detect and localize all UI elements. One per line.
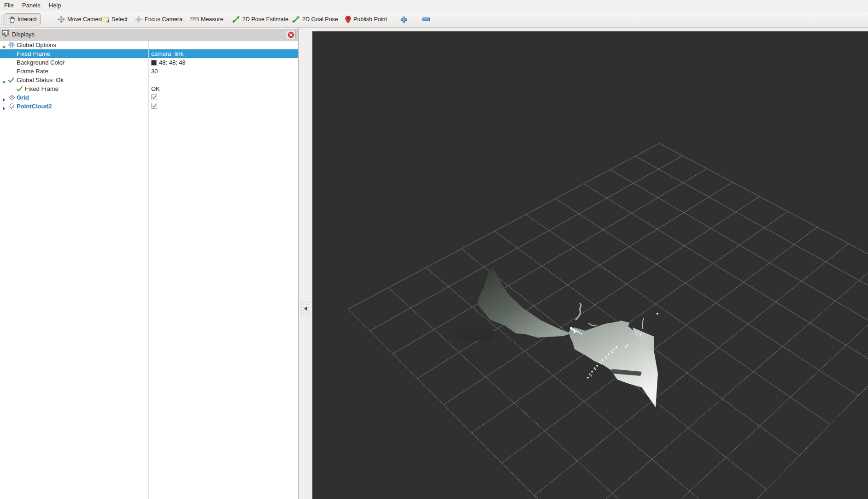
enabled-checkbox[interactable]: [151, 103, 157, 109]
color-swatch[interactable]: [151, 60, 157, 65]
menu-panels[interactable]: Panels: [18, 0, 45, 10]
menu-bar: FilePanelsHelp: [0, 0, 868, 11]
value-text: camera_link: [151, 50, 183, 57]
expander-expanded-icon[interactable]: [2, 43, 6, 51]
measure-icon: [190, 17, 199, 22]
focus-camera-icon: [135, 16, 142, 23]
menu-help[interactable]: Help: [45, 0, 65, 10]
row-label: Global Options: [17, 42, 56, 48]
row-label: PointCloud2: [17, 103, 52, 110]
tool-2d-goal-pose[interactable]: 2D Goal Pose: [289, 13, 341, 25]
toolbar: InteractMove CameraSelectFocus CameraMea…: [0, 11, 868, 28]
row-label: Fixed Frame: [25, 85, 59, 92]
row-value[interactable]: OK: [151, 85, 160, 92]
minus-icon: [422, 18, 430, 21]
row-value[interactable]: 30: [151, 68, 158, 75]
tree-column-divider[interactable]: [148, 41, 149, 499]
displays-panel: Displays Global OptionsFixed Framecamera…: [0, 28, 299, 499]
tree-row-global-status[interactable]: Global Status: Ok: [0, 76, 298, 84]
tool-label: 2D Pose Estimate: [242, 16, 288, 23]
menu-file[interactable]: File: [0, 0, 18, 10]
splitter-handle[interactable]: [300, 301, 311, 316]
row-label: Grid: [17, 94, 29, 101]
tree-row-global-options[interactable]: Global Options: [0, 41, 298, 49]
tree-row-fixed-frame[interactable]: Fixed Framecamera_link: [0, 49, 298, 58]
enabled-checkbox[interactable]: [151, 94, 157, 100]
displays-panel-header: Displays: [0, 29, 298, 41]
grid-icon: [8, 94, 15, 102]
tool-interact[interactable]: Interact: [5, 13, 41, 25]
tool-label: Publish Point: [353, 16, 387, 23]
move-camera-icon: [58, 16, 65, 23]
grid-display: [348, 143, 868, 499]
tool-remove-tool[interactable]: [419, 13, 433, 25]
pose-arrow-icon: [232, 16, 240, 23]
toolbar-drag-handle[interactable]: [1, 14, 4, 25]
tool-label: Select: [111, 16, 128, 23]
expander-expanded-icon[interactable]: [2, 78, 6, 86]
tool-publish-point[interactable]: Publish Point: [342, 13, 390, 25]
check-green-icon: [8, 77, 14, 85]
row-value[interactable]: 48; 48; 48: [151, 59, 186, 66]
tool-2d-pose-estimate[interactable]: 2D Pose Estimate: [229, 13, 292, 25]
row-label: Background Color: [17, 59, 65, 66]
row-value: [151, 94, 157, 100]
tree-row-frame-rate[interactable]: Frame Rate30: [0, 67, 298, 76]
pointcloud2-display: [456, 267, 658, 407]
tree-row-fixed-frame-status[interactable]: Fixed FrameOK: [0, 84, 298, 93]
value-text: 30: [151, 68, 158, 75]
tool-add-tool[interactable]: [397, 13, 411, 25]
displays-tree: Global OptionsFixed Framecamera_linkBack…: [0, 41, 298, 499]
tree-row-background-color[interactable]: Background Color48; 48; 48: [0, 58, 298, 67]
check-green-icon: [17, 85, 23, 94]
tree-row-pointcloud2[interactable]: PointCloud2: [0, 102, 298, 111]
splitter-collapse-icon: [304, 306, 307, 311]
map-pin-icon: [345, 16, 351, 24]
expander-collapsed-icon[interactable]: [2, 95, 6, 104]
row-label: Fixed Frame: [17, 50, 50, 57]
gear-icon: [8, 42, 15, 50]
row-label: Global Status: Ok: [17, 77, 64, 83]
value-text: OK: [151, 85, 160, 92]
render-viewport-3d[interactable]: [312, 31, 868, 499]
tree-row-grid[interactable]: Grid: [0, 93, 298, 102]
pointcloud-icon: [8, 103, 15, 111]
select-icon: [101, 17, 109, 23]
row-value[interactable]: camera_link: [151, 50, 183, 57]
row-label: Frame Rate: [17, 68, 48, 75]
tool-label: 2D Goal Pose: [302, 16, 338, 23]
displays-monitor-icon: [2, 30, 9, 39]
tool-measure[interactable]: Measure: [187, 13, 227, 25]
pose-arrow-icon: [292, 16, 300, 23]
tool-select[interactable]: Select: [98, 13, 131, 25]
hand-icon: [8, 16, 15, 23]
tool-label: Measure: [201, 16, 223, 23]
value-text: 48; 48; 48: [159, 59, 186, 66]
displays-panel-close-button[interactable]: [286, 30, 296, 39]
expander-collapsed-icon[interactable]: [2, 104, 6, 113]
scene-canvas: [312, 31, 868, 499]
tool-label: Interact: [18, 16, 37, 23]
tool-label: Focus Camera: [145, 16, 182, 23]
row-value: [151, 103, 157, 109]
plus-icon: [400, 16, 407, 23]
tool-focus-camera[interactable]: Focus Camera: [132, 13, 186, 25]
panel-splitter: [299, 28, 312, 499]
displays-panel-title: Displays: [12, 31, 35, 38]
